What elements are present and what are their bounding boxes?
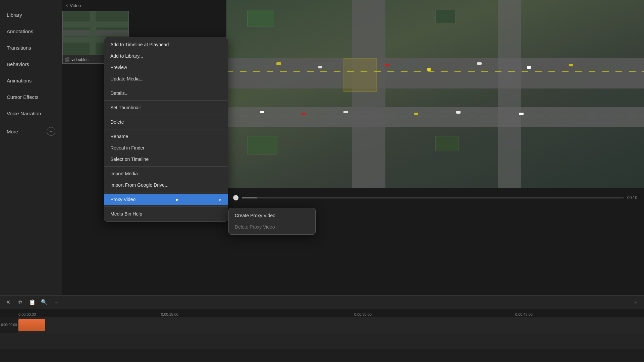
preview-area <box>226 0 644 194</box>
timeline-area: ✕ ⧉ 📋 🔍 − + 0:00:00;00 0:00:15;00 0:00:3… <box>0 295 644 362</box>
divider-6 <box>104 192 228 192</box>
submenu-arrow-icon: ▶ <box>176 198 179 201</box>
progress-fill <box>242 197 257 198</box>
playhead-indicator <box>233 195 238 200</box>
timeline-copy-button[interactable]: ⧉ <box>16 298 24 306</box>
sidebar-item-more[interactable]: More <box>7 129 18 134</box>
sidebar-item-voice-narration[interactable]: Voice Narration <box>0 105 62 122</box>
menu-item-add-library[interactable]: Add to Library... <box>104 50 228 62</box>
film-icon: 🎬 <box>65 57 70 62</box>
breadcrumb: ‹ Video <box>62 0 85 11</box>
menu-item-media-bin-help[interactable]: Media Bin Help <box>104 208 228 220</box>
divider-2 <box>104 100 228 101</box>
divider-3 <box>104 115 228 115</box>
sidebar-item-annotations[interactable]: Annotations <box>0 23 62 40</box>
back-arrow-icon: ‹ <box>66 2 68 8</box>
timeline-header: ✕ ⧉ 📋 🔍 − + <box>0 296 644 309</box>
timecode-mark-0: 0:00:00;00 <box>18 312 36 316</box>
sidebar-more-row: More + <box>0 122 62 141</box>
close-timeline-button[interactable]: ✕ <box>4 298 12 306</box>
sidebar-item-animations[interactable]: Animations <box>0 72 62 89</box>
divider-1 <box>104 86 228 86</box>
track-row-video: 0:00:00;00 <box>0 317 644 333</box>
timeline-paste-button[interactable]: 📋 <box>28 298 36 306</box>
sidebar-item-transitions[interactable]: Transitions <box>0 40 62 56</box>
menu-item-import-media[interactable]: Import Media... <box>104 168 228 179</box>
zoom-button[interactable]: 🔍 <box>40 298 48 306</box>
menu-item-import-gdrive[interactable]: Import From Google Drive... <box>104 179 228 191</box>
context-menu: Add to Timeline at Playhead Add to Libra… <box>104 37 228 222</box>
timeline-ruler: 0:00:00;00 0:00:15;00 0:00:30;00 0:00:45… <box>0 309 644 317</box>
menu-item-select-timeline[interactable]: Select on Timeline <box>104 154 228 165</box>
timecode-display: 00:10 <box>627 195 637 200</box>
add-track-button[interactable]: + <box>632 298 640 306</box>
menu-item-details[interactable]: Details... <box>104 87 228 99</box>
submenu-item-delete-proxy: Delete Proxy Video <box>229 221 315 233</box>
menu-item-delete[interactable]: Delete <box>104 116 228 128</box>
video-clip[interactable] <box>18 319 45 331</box>
menu-item-preview[interactable]: Preview <box>104 62 228 73</box>
track-row-audio <box>0 333 644 349</box>
submenu-proxy-video: Create Proxy Video Delete Proxy Video <box>228 208 316 235</box>
track-timecode: 0:00:00;00 <box>0 317 18 333</box>
menu-item-proxy-video[interactable]: Proxy Video ▶ <box>104 194 228 205</box>
timecode-mark-1: 0:00:15;00 <box>161 312 178 316</box>
aerial-preview <box>226 0 644 194</box>
timeline-tracks: 0:00:00;00 <box>0 317 644 357</box>
progress-bar[interactable] <box>242 197 624 198</box>
menu-item-update-media[interactable]: Update Media... <box>104 73 228 84</box>
divider-4 <box>104 129 228 129</box>
timecode-mark-2: 0:00:30;00 <box>354 312 372 316</box>
menu-item-reveal-finder[interactable]: Reveal in Finder <box>104 142 228 154</box>
submenu-item-create-proxy[interactable]: Create Proxy Video <box>229 210 315 221</box>
sidebar-item-cursor-effects[interactable]: Cursor Effects <box>0 89 62 105</box>
divider-5 <box>104 166 228 167</box>
add-more-button[interactable]: + <box>47 127 55 136</box>
timecode-mark-3: 0:00:45;00 <box>515 312 533 316</box>
divider-7 <box>104 206 228 207</box>
sidebar-item-library[interactable]: Library <box>0 7 62 23</box>
playback-area: 00:10 <box>226 188 644 208</box>
menu-item-add-timeline[interactable]: Add to Timeline at Playhead <box>104 39 228 50</box>
menu-item-rename[interactable]: Rename <box>104 131 228 142</box>
zoom-out-button[interactable]: − <box>52 298 60 306</box>
menu-item-set-thumbnail[interactable]: Set Thumbnail <box>104 102 228 113</box>
sidebar-item-behaviors[interactable]: Behaviors <box>0 56 62 72</box>
